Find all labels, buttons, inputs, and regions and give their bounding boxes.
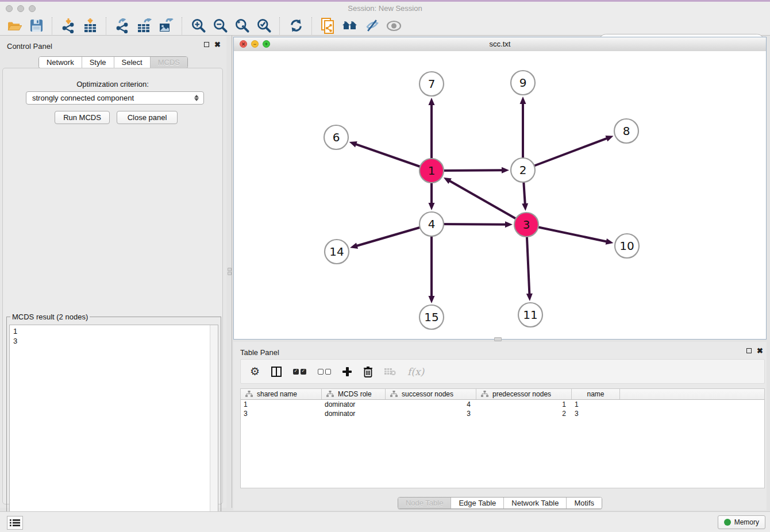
graph-edge-3-1[interactable]: [449, 180, 526, 225]
attribute-tree-icon: [390, 391, 398, 398]
table-cell: dominator: [322, 400, 386, 408]
optimization-dropdown[interactable]: strongly connected component: [26, 91, 204, 105]
table-settings-button[interactable]: ⚙: [250, 366, 260, 377]
column-header-predecessor-nodes[interactable]: predecessor nodes: [476, 389, 572, 399]
horizontal-splitter-grip[interactable]: [494, 337, 502, 341]
optimization-label: Optimization criterion:: [3, 80, 222, 88]
birdseye-view-button[interactable]: [383, 17, 405, 34]
tab-network-table[interactable]: Network Table: [503, 498, 566, 508]
run-mcds-button[interactable]: Run MCDS: [55, 111, 110, 124]
graph-edge-arrowhead: [502, 167, 509, 174]
panel-splitter[interactable]: [226, 36, 233, 508]
network-window: ✕ − + scc.txt 7968124314101511: [233, 37, 767, 340]
node-table: shared nameMCDS rolesuccessor nodesprede…: [240, 388, 765, 488]
tab-mcds[interactable]: MCDS: [150, 57, 187, 68]
zoom-fit-button[interactable]: [231, 17, 253, 34]
home-panel-button[interactable]: [339, 17, 361, 34]
control-panel-title: Control Panel: [7, 42, 52, 51]
graph-node-label: 10: [619, 239, 634, 253]
import-table-button[interactable]: [79, 17, 101, 34]
table-panel-title: Table Panel: [240, 348, 279, 357]
network-window-titlebar[interactable]: ✕ − + scc.txt: [234, 37, 766, 52]
table-row[interactable]: 3dominator323: [241, 409, 764, 418]
mcds-panel: Optimization criterion: strongly connect…: [2, 68, 223, 504]
graph-node-label: 6: [333, 130, 340, 144]
window-title: Session: New Session: [0, 4, 770, 13]
tab-node-table[interactable]: Node Table: [398, 498, 451, 508]
show-columns-button[interactable]: [271, 367, 282, 377]
float-panel-icon[interactable]: [204, 42, 209, 47]
network-canvas[interactable]: 7968124314101511: [234, 51, 766, 339]
mcds-result-area[interactable]: 1 3: [9, 325, 218, 531]
network-window-title: scc.txt: [234, 40, 766, 48]
table-panel: Table Panel ✖ ⚙ f(x): [233, 342, 767, 510]
columns-icon: [271, 367, 282, 377]
zoom-selected-icon: [256, 18, 272, 33]
graph-edge-arrowhead: [520, 97, 526, 104]
toolbar-separator: [182, 17, 183, 34]
column-header-MCDS-role[interactable]: MCDS role: [322, 389, 386, 399]
table-cell: 1: [572, 400, 620, 408]
save-session-button[interactable]: [25, 17, 47, 34]
graph-edge-arrowhead: [522, 203, 528, 211]
task-history-button[interactable]: [7, 516, 23, 530]
result-scrollbar[interactable]: [210, 325, 218, 530]
graph-edge-arrowhead: [605, 136, 613, 141]
column-header-successor-nodes[interactable]: successor nodes: [386, 389, 476, 399]
add-column-button[interactable]: [342, 367, 352, 376]
checked-box-icon: [301, 369, 306, 375]
toolbar-separator: [106, 17, 107, 34]
status-bar: Memory: [0, 511, 770, 532]
column-header-name[interactable]: name: [572, 389, 620, 399]
tab-network[interactable]: Network: [39, 57, 82, 68]
export-table-button[interactable]: [133, 17, 155, 34]
graph-edge-arrowhead: [429, 296, 435, 303]
window-titlebar: Session: New Session: [0, 2, 770, 16]
memory-button[interactable]: Memory: [718, 515, 765, 529]
graph-edge-arrowhead: [429, 98, 435, 105]
network-document-icon: [321, 18, 336, 34]
table-cell: 2: [476, 410, 572, 418]
graph-svg: 7968124314101511: [234, 51, 766, 339]
splitter-grip[interactable]: [228, 272, 232, 275]
open-session-button[interactable]: [3, 17, 25, 34]
float-table-panel-icon[interactable]: [746, 348, 752, 353]
export-network-button[interactable]: [111, 17, 133, 34]
export-image-button[interactable]: [155, 17, 177, 34]
control-panel-tabs: NetworkStyleSelectMCDS: [38, 56, 188, 68]
unselect-all-button[interactable]: [318, 369, 331, 375]
unchecked-box-icon: [325, 369, 331, 375]
zoom-out-icon: [213, 18, 228, 33]
refresh-icon: [289, 18, 303, 33]
list-icon: [10, 519, 20, 527]
select-all-button[interactable]: [293, 369, 306, 375]
import-network-button[interactable]: [57, 17, 79, 34]
tab-select[interactable]: Select: [114, 57, 150, 68]
column-header-shared-name[interactable]: shared name: [241, 389, 322, 399]
graph-node-label: 1: [428, 164, 436, 178]
zoom-in-button[interactable]: [187, 17, 209, 34]
table-row[interactable]: 1dominator411: [241, 400, 764, 409]
close-panel-button[interactable]: Close panel: [117, 111, 178, 124]
graph-node-label: 11: [523, 308, 537, 322]
tab-edge-table[interactable]: Edge Table: [451, 498, 503, 508]
toolbar-separator: [311, 17, 313, 34]
close-table-panel-icon[interactable]: ✖: [757, 348, 763, 354]
splitter-grip[interactable]: [228, 268, 232, 271]
graph-edge-2-8[interactable]: [523, 138, 607, 170]
apply-layout-button[interactable]: [285, 17, 307, 34]
zoom-out-button[interactable]: [209, 17, 231, 34]
network-from-selection-button[interactable]: [317, 17, 339, 34]
mcds-result-group: MCDS result (2 nodes) 1 3: [6, 317, 221, 532]
close-panel-icon[interactable]: ✖: [214, 41, 221, 48]
tab-style[interactable]: Style: [82, 57, 114, 68]
graph-edge-arrowhead: [429, 203, 435, 210]
zoom-selected-button[interactable]: [253, 17, 275, 34]
graph-node-label: 9: [519, 76, 527, 90]
export-image-icon: [159, 18, 174, 33]
tab-motifs[interactable]: Motifs: [566, 498, 602, 508]
slashed-style-icon: [365, 18, 379, 33]
style-toggle-button[interactable]: [361, 17, 383, 34]
delete-column-button[interactable]: [363, 366, 373, 377]
unchecked-box-icon: [318, 369, 324, 375]
